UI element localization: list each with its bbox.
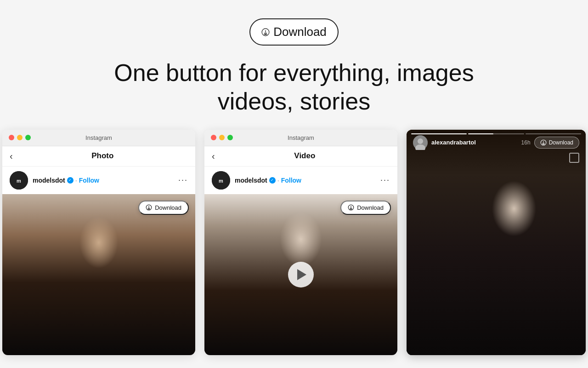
video-window-title: Instagram <box>288 134 314 141</box>
models-avatar-video: m <box>212 171 230 190</box>
svg-text:m: m <box>219 178 223 184</box>
photo-titlebar: Instagram <box>2 130 195 146</box>
photo-download-button[interactable]: Download <box>138 201 189 215</box>
video-more-button[interactable]: ··· <box>380 175 390 185</box>
models-avatar-photo: m <box>10 171 28 190</box>
story-download-button[interactable]: Download <box>534 137 579 149</box>
svg-text:m: m <box>17 178 21 184</box>
story-time: 16h <box>521 139 531 146</box>
video-back-button[interactable]: ‹ <box>212 151 215 161</box>
hero-headline: One button for everything, images videos… <box>114 58 474 116</box>
svg-point-11 <box>418 138 423 144</box>
video-titlebar: Instagram <box>204 130 397 146</box>
photo-follow-button[interactable]: Follow <box>79 177 99 184</box>
video-page-title: Video <box>220 151 390 161</box>
download-icon-video <box>348 204 354 211</box>
story-avatar <box>413 135 428 150</box>
tl-green-photo[interactable] <box>25 135 31 140</box>
photo-download-label: Download <box>155 204 181 211</box>
tl-red-video[interactable] <box>211 135 216 140</box>
video-image-area: Download <box>204 194 397 355</box>
story-header: alexandrabartol 16h Download <box>407 130 586 155</box>
download-icon-hero <box>261 28 270 36</box>
video-profile-info: modelsdot ✓ · Follow <box>235 177 376 184</box>
video-follow-button[interactable]: Follow <box>281 177 301 184</box>
photo-image-area: Download <box>2 194 195 355</box>
traffic-lights-video <box>211 135 233 140</box>
video-profile-name: modelsdot <box>235 177 267 184</box>
mockups-row: Instagram ‹ Photo m modelsdot ✓ · Follow… <box>0 130 588 355</box>
photo-avatar: m <box>10 171 28 190</box>
video-play-button[interactable] <box>288 262 314 288</box>
hero-download-label: Download <box>273 25 327 39</box>
video-nav: ‹ Video <box>204 146 397 167</box>
story-mockup: alexandrabartol 16h Download <box>407 130 586 355</box>
traffic-lights-photo <box>9 135 31 140</box>
download-icon-photo <box>146 204 152 211</box>
hero-section: Download One button for everything, imag… <box>114 0 474 130</box>
photo-page-title: Photo <box>17 151 188 161</box>
photo-image <box>2 194 195 355</box>
story-avatar-img <box>413 135 428 150</box>
video-verified-badge: ✓ <box>269 177 276 184</box>
photo-mockup: Instagram ‹ Photo m modelsdot ✓ · Follow… <box>2 130 195 355</box>
video-download-button[interactable]: Download <box>340 201 391 215</box>
hero-download-button[interactable]: Download <box>249 18 339 46</box>
tl-red-photo[interactable] <box>9 135 14 140</box>
video-avatar: m <box>212 171 230 190</box>
photo-verified-badge: ✓ <box>67 177 74 184</box>
tl-green-video[interactable] <box>227 135 233 140</box>
story-image <box>407 130 586 355</box>
photo-window-title: Instagram <box>85 134 112 141</box>
photo-profile-row: m modelsdot ✓ · Follow ··· <box>2 167 195 194</box>
video-mockup: Instagram ‹ Video m modelsdot ✓ · Follow… <box>204 130 397 355</box>
story-username: alexandrabartol <box>431 139 518 146</box>
photo-more-button[interactable]: ··· <box>178 175 188 185</box>
tl-yellow-photo[interactable] <box>17 135 23 140</box>
photo-nav: ‹ Photo <box>2 146 195 167</box>
photo-profile-info: modelsdot ✓ · Follow <box>33 177 174 184</box>
download-icon-story <box>540 139 547 146</box>
photo-profile-name: modelsdot <box>33 177 65 184</box>
video-profile-row: m modelsdot ✓ · Follow ··· <box>204 167 397 194</box>
play-triangle-icon <box>297 269 306 280</box>
story-download-label: Download <box>549 139 573 146</box>
tl-yellow-video[interactable] <box>219 135 225 140</box>
video-download-label: Download <box>357 204 384 211</box>
photo-back-button[interactable]: ‹ <box>10 151 13 161</box>
